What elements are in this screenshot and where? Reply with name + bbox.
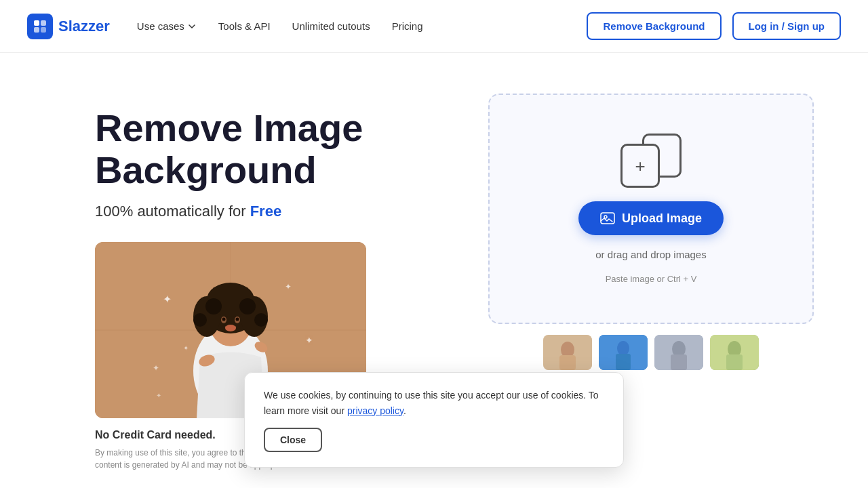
cookie-banner: We use cookies, by continuing to use thi…	[244, 372, 624, 468]
upload-icon-front: +	[620, 144, 660, 188]
sample-images-row	[543, 335, 759, 370]
svg-text:✦: ✦	[305, 335, 313, 346]
hero-title: Remove Image Background	[95, 107, 434, 190]
sample-image-1[interactable]	[543, 335, 592, 370]
svg-point-16	[193, 313, 207, 327]
nav-pricing[interactable]: Pricing	[392, 20, 423, 32]
remove-background-button[interactable]: Remove Background	[587, 12, 721, 40]
sample-image-4[interactable]	[710, 335, 759, 370]
svg-point-33	[604, 216, 607, 218]
svg-point-38	[617, 341, 629, 356]
cookie-text: We use cookies, by continuing to use thi…	[264, 388, 604, 418]
navbar-right: Remove Background Log in / Sign up	[587, 12, 841, 40]
nav-unlimited-cutouts[interactable]: Unlimited cutouts	[292, 20, 370, 32]
upload-icon	[600, 211, 615, 226]
upload-icon-group: +	[620, 134, 682, 188]
hero-right: + Upload Image or drag and drop images P…	[461, 94, 841, 370]
sample-image-3[interactable]	[654, 335, 703, 370]
nav-tools-api[interactable]: Tools & API	[218, 20, 271, 32]
svg-point-15	[239, 298, 256, 314]
svg-text:✦: ✦	[285, 282, 292, 291]
hero-subtitle: 100% automatically for Free	[95, 203, 434, 220]
svg-rect-39	[616, 354, 631, 370]
svg-rect-3	[41, 27, 46, 33]
privacy-policy-link[interactable]: privacy policy	[347, 405, 403, 416]
svg-rect-1	[41, 20, 46, 26]
svg-point-20	[222, 318, 226, 321]
svg-rect-42	[671, 354, 687, 370]
svg-rect-36	[559, 355, 576, 370]
svg-point-17	[254, 313, 268, 327]
sample-image-2[interactable]	[599, 335, 648, 370]
nav-links: Use cases Tools & API Unlimited cutouts …	[137, 20, 423, 32]
upload-image-button[interactable]: Upload Image	[578, 201, 724, 235]
svg-rect-45	[726, 354, 743, 370]
svg-point-14	[205, 298, 222, 314]
plus-icon: +	[635, 157, 645, 175]
svg-text:✦: ✦	[156, 392, 161, 399]
logo-icon	[27, 14, 53, 39]
logo-text: Slazzer	[58, 18, 110, 35]
svg-point-22	[225, 325, 236, 331]
upload-dropzone[interactable]: + Upload Image or drag and drop images P…	[488, 94, 814, 324]
svg-text:✦: ✦	[183, 344, 189, 352]
nav-use-cases[interactable]: Use cases	[137, 20, 197, 32]
svg-rect-0	[34, 20, 39, 26]
login-signup-button[interactable]: Log in / Sign up	[732, 12, 841, 40]
svg-text:✦: ✦	[163, 293, 172, 305]
close-cookie-button[interactable]: Close	[264, 428, 322, 452]
chevron-down-icon	[187, 22, 197, 31]
svg-rect-2	[34, 27, 39, 33]
logo[interactable]: Slazzer	[27, 14, 110, 39]
svg-text:✦: ✦	[153, 363, 159, 373]
paste-text: Paste image or Ctrl + V	[606, 274, 697, 284]
navbar: Slazzer Use cases Tools & API Unlimited …	[0, 0, 868, 53]
drag-drop-text: or drag and drop images	[595, 249, 706, 260]
navbar-left: Slazzer Use cases Tools & API Unlimited …	[27, 14, 423, 39]
svg-point-21	[236, 318, 239, 321]
